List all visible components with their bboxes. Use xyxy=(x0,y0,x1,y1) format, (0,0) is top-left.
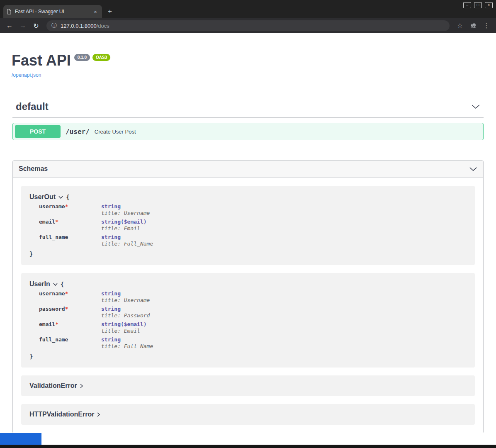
schema-property-row: full_name stringtitle: Full_Name xyxy=(39,234,467,247)
model-userout-toggle[interactable]: UserOut { xyxy=(29,193,467,201)
reload-icon[interactable]: ↻ xyxy=(31,22,41,30)
required-mark: * xyxy=(55,219,58,225)
property-name: username xyxy=(39,203,65,209)
model-name: HTTPValidationError xyxy=(29,411,94,418)
endpoint-path: /user/ xyxy=(66,128,90,136)
property-title: title: Password xyxy=(101,312,150,319)
chevron-down-icon xyxy=(471,104,480,109)
minimize-button[interactable]: – xyxy=(463,2,471,8)
bottom-dark-bar xyxy=(0,445,496,448)
property-type: string xyxy=(101,203,150,209)
schema-property-row: full_name stringtitle: Full_Name xyxy=(39,336,467,349)
tag-section-default[interactable]: default xyxy=(12,101,484,118)
model-name: UserOut xyxy=(29,193,56,201)
back-icon[interactable]: ← xyxy=(4,22,15,29)
chevron-right-icon xyxy=(80,384,83,388)
oas3-badge: OAS3 xyxy=(92,54,110,61)
schemas-header[interactable]: Schemas xyxy=(13,161,483,178)
endpoint-post-user[interactable]: POST /user/ Create User Post xyxy=(12,123,484,140)
property-name: password xyxy=(39,306,65,312)
address-bar[interactable]: ⓘ 127.0.0.1:8000/docs xyxy=(46,20,450,31)
schema-property-row: email* string($email)title: Email xyxy=(39,321,467,334)
url-text: 127.0.0.1:8000/docs xyxy=(61,23,109,29)
chevron-down-icon xyxy=(469,167,477,171)
schemas-title: Schemas xyxy=(19,165,48,173)
property-title: title: Username xyxy=(101,210,150,216)
swagger-page: Fast API 0.1.0 OAS3 /openapi.json defaul… xyxy=(0,33,496,433)
chevron-down-icon xyxy=(53,283,58,286)
schema-property-row: email* string($email)title: Email xyxy=(39,219,467,231)
url-path: /docs xyxy=(97,23,109,29)
model-validationerror[interactable]: ValidationError xyxy=(21,375,475,396)
required-mark: * xyxy=(55,321,58,327)
close-button[interactable]: × xyxy=(485,2,493,8)
api-title: Fast API xyxy=(12,53,71,68)
close-brace: } xyxy=(29,251,33,257)
model-name: ValidationError xyxy=(29,382,77,390)
open-brace: { xyxy=(66,194,69,200)
model-httpvalidationerror[interactable]: HTTPValidationError xyxy=(21,404,475,425)
property-name: email xyxy=(39,321,55,327)
schema-property-row: username* stringtitle: Username xyxy=(39,203,467,216)
new-tab-button[interactable]: + xyxy=(102,7,118,18)
url-host: 127.0.0.1:8000 xyxy=(61,23,97,29)
tab-close-icon[interactable]: × xyxy=(92,9,99,15)
chevron-down-icon xyxy=(58,196,63,199)
schema-property-row: password* stringtitle: Password xyxy=(39,306,467,319)
tab-title: Fast API - Swagger UI xyxy=(15,9,89,15)
property-name: full_name xyxy=(39,234,68,240)
site-info-icon[interactable]: ⓘ xyxy=(51,22,57,29)
tag-name: default xyxy=(16,101,49,112)
property-type: string xyxy=(101,306,150,312)
required-mark: * xyxy=(65,203,68,209)
chevron-right-icon xyxy=(97,412,100,417)
endpoint-summary: Create User Post xyxy=(95,129,136,135)
property-title: title: Full_Name xyxy=(101,343,153,349)
open-brace: { xyxy=(61,281,64,287)
property-type: string($email) xyxy=(101,321,147,327)
property-type: string xyxy=(101,234,153,240)
bookmark-star-icon[interactable]: ☆ xyxy=(455,22,465,29)
required-mark: * xyxy=(65,290,68,297)
required-mark: * xyxy=(65,306,68,312)
desktop-blue-box xyxy=(0,433,41,445)
window-frame: Fast API - Swagger UI × + – □ × xyxy=(0,0,496,18)
browser-toolbar: ← → ↻ ⓘ 127.0.0.1:8000/docs ☆ ⋮ xyxy=(0,18,496,33)
page-icon xyxy=(7,9,12,15)
tune-icon[interactable] xyxy=(468,23,479,29)
browser-tab[interactable]: Fast API - Swagger UI × xyxy=(3,5,102,18)
model-userin-toggle[interactable]: UserIn { xyxy=(29,280,467,288)
browser-menu-icon[interactable]: ⋮ xyxy=(481,22,492,29)
schemas-body: UserOut { username* stringtitle: Usernam… xyxy=(13,178,483,433)
property-type: string xyxy=(101,336,153,343)
model-userout: UserOut { username* stringtitle: Usernam… xyxy=(21,186,475,265)
property-type: string xyxy=(101,290,150,297)
model-userin: UserIn { username* stringtitle: Username… xyxy=(21,273,475,368)
bottom-area xyxy=(0,433,496,448)
property-name: email xyxy=(39,219,55,225)
schema-property-row: username* stringtitle: Username xyxy=(39,290,467,303)
model-name: UserIn xyxy=(29,280,50,288)
tab-strip: Fast API - Swagger UI × + xyxy=(0,0,496,18)
maximize-button[interactable]: □ xyxy=(474,2,482,8)
model-properties: username* stringtitle: Username email* s… xyxy=(39,203,467,247)
property-title: title: Username xyxy=(101,297,150,303)
property-title: title: Email xyxy=(101,328,147,334)
method-badge: POST xyxy=(15,125,61,138)
model-properties: username* stringtitle: Username password… xyxy=(39,290,467,349)
property-name: full_name xyxy=(39,336,68,343)
close-brace: } xyxy=(29,353,33,360)
property-type: string($email) xyxy=(101,219,147,225)
schemas-section: Schemas UserOut { username* string xyxy=(12,160,484,433)
property-title: title: Full_Name xyxy=(101,241,153,247)
property-title: title: Email xyxy=(101,225,147,231)
api-info: Fast API 0.1.0 OAS3 /openapi.json xyxy=(12,53,484,78)
forward-icon[interactable]: → xyxy=(17,22,28,29)
version-badge: 0.1.0 xyxy=(74,54,90,61)
property-name: username xyxy=(39,290,65,297)
openapi-json-link[interactable]: /openapi.json xyxy=(12,72,41,78)
window-controls: – □ × xyxy=(463,2,493,8)
